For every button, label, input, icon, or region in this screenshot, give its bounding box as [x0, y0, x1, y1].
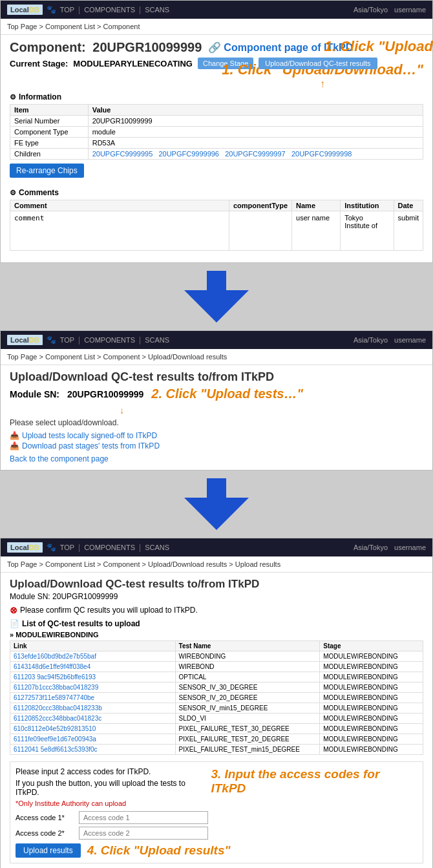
section3-title: Upload/Download QC-test results to/from …	[10, 578, 423, 591]
col-name: Name	[292, 200, 341, 211]
upload-download-button[interactable]: Upload/Download QC-test results	[259, 58, 377, 69]
access-code-section: Please input 2 access codes for ITkPD. I…	[10, 761, 423, 863]
info-section: ⚙ Information Item Value Serial Number 2…	[10, 92, 423, 183]
username-2[interactable]: username	[394, 336, 426, 344]
info-col-value: Value	[88, 105, 423, 116]
info-header: ⚙ Information	[10, 92, 423, 101]
navbar-3: LocalDB 🐾 TOP | COMPONENTS | SCANS Asia/…	[1, 538, 432, 556]
access-code-1-row: Access code 1*	[16, 811, 417, 824]
table-row: 6112041 5e8df6613c5393f0c PIXEL_FAILURE_…	[10, 745, 423, 755]
table-row: 611207b1ccc38bbac0418239 SENSOR_IV_30_DE…	[10, 683, 423, 693]
module-sn-value: 20UPGR10099999	[67, 389, 143, 399]
comments-table: Comment componentType Name Institution D…	[10, 200, 423, 251]
section2-title: Upload/Download QC-test results to/from …	[10, 370, 423, 384]
module-sn-label: Module SN:	[10, 389, 59, 399]
table-row: Component Type module	[10, 127, 423, 138]
file-icon: 📄	[10, 619, 19, 628]
table-row: FE type RD53A	[10, 138, 423, 149]
access-code-2-label: Access code 2*	[16, 829, 74, 837]
result-link-1[interactable]: 613efde160bd9bd2e7b55baf	[14, 653, 96, 660]
component-title: Component: 20UPGR10099999	[10, 40, 202, 55]
logo-1: LocalDB	[7, 5, 43, 15]
result-link-4[interactable]: 611207b1ccc38bbac0418239	[14, 684, 98, 691]
module-sn-row: Module SN: 20UPGR10099999 2. Click "Uplo…	[10, 386, 423, 401]
result-link-7[interactable]: 61120852ccc348bbac041823c	[14, 715, 101, 722]
circle-no-icon: ⊗	[10, 605, 17, 615]
access-code-1-label: Access code 1*	[16, 814, 74, 821]
rearrange-chips-button[interactable]: Re-arrange Chips	[10, 164, 84, 178]
access-code-1-input[interactable]	[79, 811, 208, 824]
access-code-title: Please input 2 access codes for ITkPD.	[16, 767, 211, 776]
info-col-item: Item	[10, 105, 89, 116]
col-componenttype: componentType	[229, 200, 291, 211]
external-link-icon: 🔗	[208, 41, 221, 54]
module-group-label: » MODULEWIREBONDING	[10, 631, 423, 639]
download-icon: 📥	[10, 441, 19, 450]
nav-components-3[interactable]: COMPONENTS	[84, 544, 135, 551]
result-link-10[interactable]: 6112041 5e8df6613c5393f0c	[14, 746, 98, 753]
nav-components-2[interactable]: COMPONENTS	[84, 336, 135, 344]
timezone-2[interactable]: Asia/Tokyo	[354, 336, 388, 344]
upload-results-button[interactable]: Upload results	[16, 843, 81, 858]
result-link-9[interactable]: 6111fe09eef9e1d67e00943a	[14, 736, 96, 743]
upload-icon: 📥	[10, 431, 19, 440]
table-row: 61272573f11e589747740be SENSOR_IV_20_DEG…	[10, 693, 423, 703]
confirm-row: ⊗ Please confirm QC results you will upl…	[10, 605, 423, 615]
col-link: Link	[10, 641, 176, 651]
col-stage: Stage	[320, 641, 423, 651]
result-link-3[interactable]: 611203 9ac94f52b6bffe6193	[14, 673, 96, 681]
result-link-5[interactable]: 61272573f11e589747740be	[14, 694, 94, 701]
breadcrumb-3: Top Page > Component List > Component > …	[1, 556, 432, 573]
username-3[interactable]: username	[394, 544, 426, 551]
nav-scans-3[interactable]: SCANS	[145, 544, 169, 551]
col-testname: Test Name	[175, 641, 320, 651]
comments-section: ⚙ Comments Comment componentType Name In…	[10, 188, 423, 251]
upload-tests-link[interactable]: 📥 Upload tests locally signed-off to ITk…	[10, 431, 423, 440]
timezone-3[interactable]: Asia/Tokyo	[354, 544, 388, 551]
child-link-2[interactable]: 20UPGFC9999996	[158, 150, 219, 158]
nav-components-1[interactable]: COMPONENTS	[84, 6, 135, 14]
section3-module: Module SN: 20UPGR10099999	[10, 592, 423, 601]
table-row: Children 20UPGFC9999995 20UPGFC9999996 2…	[10, 149, 423, 160]
back-to-component-link[interactable]: Back to the component page	[10, 454, 423, 463]
table-row: 6111fe09eef9e1d67e00943a PIXEL_FAILURE_T…	[10, 734, 423, 745]
result-link-8[interactable]: 610c8112e04e52b92813510	[14, 725, 96, 732]
current-stage-row: Current Stage: MODULEPARYLENECOATING Cha…	[10, 58, 377, 69]
confirm-text: Please confirm QC results you will uploa…	[20, 606, 198, 615]
username-1[interactable]: username	[394, 6, 426, 14]
access-only-text: *Only Institute Authority can upload	[16, 799, 211, 807]
child-link-1[interactable]: 20UPGFC9999995	[92, 150, 153, 158]
result-link-6[interactable]: 61120820ccc38bbac0418233b	[14, 704, 102, 712]
download-tests-link[interactable]: 📥 Download past stages' tests from ITkPD	[10, 441, 423, 450]
annotation1-arrow: ↑	[222, 78, 423, 90]
table-row: 611203 9ac94f52b6bffe6193 OPTICAL MODULE…	[10, 672, 423, 683]
col-institution: Institution	[341, 200, 394, 211]
table-row: 61120820ccc38bbac0418233b SENSOR_IV_min1…	[10, 703, 423, 714]
result-link-2[interactable]: 6143148d6e1ffe9f4ff038e4	[14, 663, 90, 670]
child-link-3[interactable]: 20UPGFC9999997	[225, 150, 286, 158]
table-row: Serial Number 20UPGR10099999	[10, 116, 423, 127]
table-row: 61120852ccc348bbac041823c SLDO_VI MODULE…	[10, 714, 423, 724]
nav-top-2[interactable]: TOP	[60, 336, 74, 344]
nav-top-1[interactable]: TOP	[60, 6, 74, 14]
current-stage-label: Current Stage:	[10, 59, 68, 69]
comment-input[interactable]: comment	[14, 214, 225, 246]
info-table: Item Value Serial Number 20UPGR10099999 …	[10, 104, 423, 160]
logo-3: LocalDB	[7, 542, 43, 553]
child-link-4[interactable]: 20UPGFC9999998	[291, 150, 352, 158]
arrow-separator-2	[0, 471, 433, 538]
table-row: 6143148d6e1ffe9f4ff038e4 WIREBOND MODULE…	[10, 662, 423, 672]
table-row: 610c8112e04e52b92813510 PIXEL_FAILURE_TE…	[10, 724, 423, 734]
nav-scans-1[interactable]: SCANS	[145, 6, 169, 14]
navbar-1: LocalDB 🐾 TOP | COMPONENTS | SCANS Asia/…	[1, 1, 432, 19]
nav-scans-2[interactable]: SCANS	[145, 336, 169, 344]
nav-top-3[interactable]: TOP	[60, 544, 74, 551]
annotation2: 2. Click "Upload tests…"	[151, 386, 303, 401]
arrow-separator-1	[0, 263, 433, 330]
gear-icon: ⚙	[10, 93, 16, 101]
current-stage-value: MODULEPARYLENECOATING	[73, 59, 193, 69]
access-code-2-input[interactable]	[79, 827, 208, 840]
logo-2: LocalDB	[7, 335, 43, 345]
breadcrumb-1: Top Page > Component List > Component	[1, 19, 432, 35]
timezone-1[interactable]: Asia/Tokyo	[354, 6, 388, 14]
